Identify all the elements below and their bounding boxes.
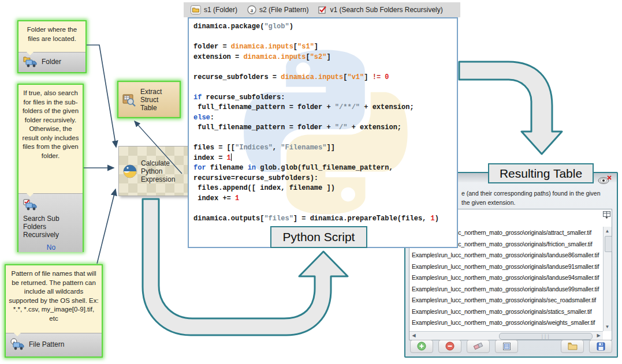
table-row[interactable]: Examples\run_lucc_northern_mato_grosso\o… <box>412 272 602 284</box>
letter-a-icon: a <box>247 5 256 14</box>
tab-s2-file-pattern[interactable]: a s2 (File Pattern) <box>247 5 308 14</box>
table-description: e (and their corresponding paths) found … <box>461 189 601 207</box>
folder-tooltip: Folder where the files are located. <box>18 21 85 52</box>
table-row[interactable]: Examples\run_lucc_northern_mato_grosso\o… <box>412 261 602 273</box>
view-table-button[interactable] <box>495 340 518 353</box>
folder-icon <box>568 342 578 350</box>
node-label: Extract Struct Table <box>140 88 176 112</box>
eraser-icon <box>473 342 483 350</box>
tab-label: v1 (Search Sub Folders Recursively) <box>330 6 442 14</box>
node-label: Search Sub Folders Recursively <box>23 215 62 239</box>
add-row-button[interactable] <box>410 340 433 353</box>
python-script-callout: Python Script <box>270 226 367 248</box>
tab-label: s2 (File Pattern) <box>259 6 308 14</box>
search-truck-icon <box>23 198 38 211</box>
node-label: Folder <box>42 58 61 66</box>
table-description-line2: the given extension. <box>461 198 601 207</box>
python-ball-icon <box>122 164 137 179</box>
resulting-table-callout: Resulting Table <box>488 163 594 183</box>
remove-icon <box>445 342 455 351</box>
horizontal-scrollbar[interactable]: ◀ │││ ▶ <box>409 331 603 340</box>
tutorial-figure: Folder where the files are located. Fold… <box>0 0 622 364</box>
clear-button[interactable] <box>467 340 490 353</box>
node-calculate-python-expression[interactable]: Calculate Python Expression <box>118 146 191 196</box>
hide-eye-button[interactable] <box>597 175 612 185</box>
insert-table-icon[interactable] <box>602 211 611 226</box>
callout-text: Resulting Table <box>500 167 582 181</box>
save-icon <box>597 342 605 351</box>
scroll-right-icon[interactable]: ▶ <box>595 332 602 339</box>
table-row[interactable]: Examples\run_lucc_northern_mato_grosso\o… <box>412 284 602 295</box>
add-icon <box>417 342 426 351</box>
table-row[interactable]: Examples\run_lucc_northern_mato_grosso\o… <box>412 306 602 318</box>
connector-folder-to-calc <box>87 45 116 147</box>
node-folder[interactable]: Folder where the files are located. Fold… <box>17 20 87 73</box>
extract-table-icon <box>122 93 137 107</box>
view-icon <box>502 342 511 351</box>
table-row[interactable]: Examples\run_lucc_northern_mato_grosso\o… <box>412 317 602 329</box>
file-pattern-truck-icon: a <box>10 338 25 351</box>
load-table-button[interactable] <box>561 340 584 353</box>
tab-label: s1 (Folder) <box>204 6 237 14</box>
python-editor-window[interactable]: dinamica.package("glob") folder = dinami… <box>188 17 458 248</box>
code-block[interactable]: dinamica.package("glob") folder = dinami… <box>193 22 439 224</box>
table-row[interactable]: Examples\run_lucc_northern_mato_grosso\o… <box>412 295 602 306</box>
folder-truck-icon <box>23 55 38 68</box>
vertical-scroll-thumb[interactable] <box>605 236 612 252</box>
editor-tab-bar: s1 (Folder) a s2 (File Pattern) v1 (Sear… <box>184 2 460 17</box>
connector-pattern-to-calc <box>97 189 116 264</box>
save-table-button[interactable] <box>589 340 612 353</box>
checkbox-icon <box>318 6 327 14</box>
arrow-code-to-table <box>459 62 562 154</box>
scroll-up-icon[interactable]: ▲ <box>604 227 611 235</box>
file-pattern-tooltip: Pattern of file names that will be retur… <box>6 265 102 333</box>
node-value: No <box>23 243 79 252</box>
table-description-line1: e (and their corresponding paths) found … <box>461 189 601 198</box>
node-search-sub-folders[interactable]: If true, also search for files in the su… <box>17 84 84 252</box>
node-label: Calculate Python Expression <box>141 159 187 183</box>
remove-row-button[interactable] <box>438 340 461 353</box>
tab-v1-search-sub-folders[interactable]: v1 (Search Sub Folders Recursively) <box>318 6 442 14</box>
node-label: File Pattern <box>29 340 64 348</box>
node-file-pattern[interactable]: Pattern of file names that will be retur… <box>5 264 103 358</box>
search-tooltip: If true, also search for files in the su… <box>18 85 83 193</box>
table-toolbar <box>410 339 612 353</box>
folder-icon <box>191 5 201 14</box>
scroll-left-icon[interactable]: ◀ <box>410 332 418 339</box>
table-row[interactable]: Examples\run_lucc_northern_mato_grosso\o… <box>412 250 602 261</box>
node-extract-struct-table[interactable]: Extract Struct Table <box>117 81 181 118</box>
svg-text:a: a <box>251 7 254 13</box>
callout-text: Python Script <box>283 230 355 244</box>
scroll-down-icon[interactable]: ▼ <box>604 323 611 331</box>
vertical-scrollbar[interactable]: ▲ ▼ <box>603 227 612 331</box>
tab-s1-folder[interactable]: s1 (Folder) <box>191 5 237 14</box>
